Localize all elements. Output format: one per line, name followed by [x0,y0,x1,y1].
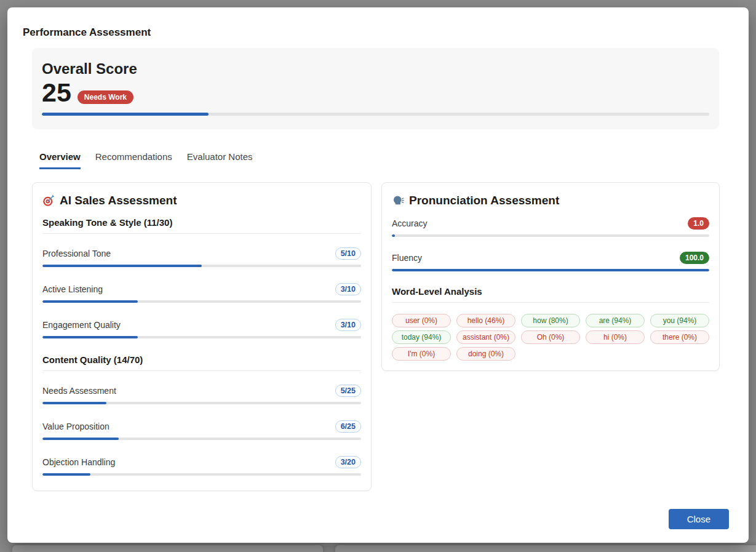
overall-progress-fill [42,113,209,116]
sales-card-title-text: AI Sales Assessment [60,194,177,207]
word-chip: doing (0%) [456,347,515,361]
performance-assessment-dialog: Performance Assessment Overall Score 25 … [7,7,749,543]
item-progress-bar [42,473,361,476]
item-score-badge: 5/10 [335,247,361,260]
item-progress-bar [42,336,361,338]
pronunciation-assessment-card: Pronunciation Assessment Accuracy 1.0 Fl… [381,182,720,371]
item-label: Active Listening [42,284,103,294]
metric-progress-fill [392,234,395,237]
item-progress-fill [42,300,138,303]
tab-recommendations-label: Recommendations [95,151,172,162]
dialog-title: Performance Assessment [23,26,749,39]
item-label: Value Proposition [42,422,109,431]
background-panel-edge-right [335,545,756,552]
word-chip-list: user (0%) hello (46%) how (80%) are (94%… [392,314,709,361]
speaking-head-icon [392,194,404,207]
item-label: Needs Assessment [42,386,116,396]
item-score-badge: 3/10 [335,283,361,295]
item-label: Engagement Quality [42,320,121,330]
item-progress-fill [42,473,90,476]
metric-fluency: Fluency 100.0 [392,252,709,271]
word-chip: I'm (0%) [392,347,451,361]
metric-progress-fill [392,269,709,271]
word-chip: hello (46%) [456,314,515,327]
metric-label: Accuracy [392,218,428,228]
item-score-badge: 3/20 [335,456,361,468]
tab-overview-label: Overview [39,151,81,162]
word-chip: are (94%) [586,314,645,327]
word-chip: Oh (0%) [521,330,580,344]
item-progress-bar [42,402,361,404]
overall-progress-bar [42,113,709,116]
item-progress-bar [42,438,361,440]
overall-score-value: 25 [42,79,71,106]
section-heading-speaking: Speaking Tone & Style (11/30) [42,217,361,234]
tab-bar: Overview Recommendations Evaluator Notes [39,151,719,170]
item-progress-bar [42,300,361,303]
needs-work-badge: Needs Work [78,90,133,104]
item-score-badge: 6/25 [335,420,361,433]
tab-evaluator-notes[interactable]: Evaluator Notes [187,151,253,169]
tab-recommendations[interactable]: Recommendations [95,151,172,169]
word-chip: today (94%) [392,330,451,344]
pronunciation-card-title-text: Pronunciation Assessment [409,194,559,207]
metric-accuracy: Accuracy 1.0 [392,217,709,237]
item-label: Professional Tone [42,249,111,258]
tab-evaluator-notes-label: Evaluator Notes [187,151,253,162]
assessment-item: Objection Handling 3/20 [42,456,361,476]
ai-sales-assessment-card: AI Sales Assessment Speaking Tone & Styl… [32,182,372,491]
word-chip: user (0%) [392,314,451,327]
assessment-item: Value Proposition 6/25 [42,420,361,440]
section-heading-content: Content Quality (14/70) [42,354,361,371]
assessment-item: Active Listening 3/10 [42,283,361,303]
background-panel-edge-left [12,545,323,552]
metric-value-badge: 1.0 [688,217,709,230]
word-chip: how (80%) [521,314,580,327]
metric-progress-bar [392,269,709,271]
tab-overview[interactable]: Overview [39,151,81,169]
target-icon [42,194,55,207]
item-score-badge: 5/25 [335,385,361,397]
assessment-item: Engagement Quality 3/10 [42,319,361,338]
item-progress-fill [42,402,106,404]
word-chip: there (0%) [650,330,709,344]
item-score-badge: 3/10 [335,319,361,331]
assessment-item: Needs Assessment 5/25 [42,385,361,404]
pronunciation-card-title: Pronunciation Assessment [392,194,709,207]
sales-card-title: AI Sales Assessment [42,194,361,207]
overall-score-heading: Overall Score [42,60,709,78]
overall-score-panel: Overall Score 25 Needs Work [32,48,719,129]
item-progress-bar [42,265,361,267]
word-chip: you (94%) [650,314,709,327]
item-progress-fill [42,336,138,338]
metric-label: Fluency [392,253,422,263]
assessment-item: Professional Tone 5/10 [42,247,361,267]
word-chip: assistant (0%) [456,330,515,344]
item-progress-fill [42,265,202,267]
metric-progress-bar [392,234,709,237]
metric-value-badge: 100.0 [680,252,709,264]
close-button[interactable]: Close [669,509,729,529]
word-chip: hi (0%) [586,330,645,344]
item-progress-fill [42,438,119,440]
item-label: Objection Handling [42,457,115,467]
word-level-analysis-heading: Word-Level Analysis [392,286,709,303]
